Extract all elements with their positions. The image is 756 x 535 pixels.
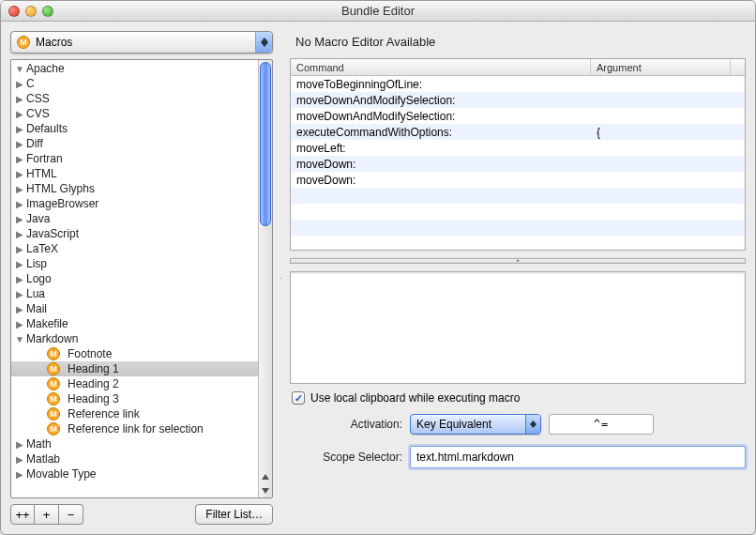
- table-row[interactable]: [291, 204, 745, 220]
- tree-child-item[interactable]: MHeading 1: [11, 361, 258, 376]
- disclosure-closed-icon[interactable]: ▶: [15, 304, 24, 314]
- table-body[interactable]: moveToBeginningOfLine:moveDownAndModifyS…: [291, 76, 745, 250]
- tree-child-label: Heading 2: [68, 377, 119, 390]
- tree-item[interactable]: ▶Defaults: [11, 121, 258, 136]
- disclosure-open-icon[interactable]: ▼: [15, 64, 24, 74]
- tree-item[interactable]: ▶Math: [11, 436, 258, 451]
- tree-item[interactable]: ▶ImageBrowser: [11, 196, 258, 211]
- tree-item-label: Defaults: [26, 122, 68, 135]
- activation-label: Activation:: [290, 418, 402, 431]
- bundle-tree[interactable]: ▼Apache▶C▶CSS▶CVS▶Defaults▶Diff▶Fortran▶…: [10, 59, 273, 498]
- disclosure-closed-icon[interactable]: ▶: [15, 244, 24, 254]
- tree-child-item[interactable]: MReference link for selection: [11, 421, 258, 436]
- svg-marker-2: [262, 474, 269, 480]
- macro-badge-icon: M: [47, 347, 60, 360]
- tree-item[interactable]: ▶Movable Type: [11, 466, 258, 482]
- table-row[interactable]: executeCommandWithOptions:{: [291, 124, 745, 140]
- disclosure-closed-icon[interactable]: ▶: [15, 199, 24, 209]
- filter-list-button[interactable]: Filter List…: [195, 504, 273, 525]
- tree-child-item[interactable]: MHeading 2: [11, 376, 258, 391]
- disclosure-closed-icon[interactable]: ▶: [15, 319, 24, 329]
- scroll-up-icon[interactable]: [259, 469, 272, 483]
- disclosure-closed-icon[interactable]: ▶: [15, 229, 24, 239]
- sidebar: M Macros ▼Apache▶C▶CSS▶CVS▶Defaults▶Diff…: [10, 31, 273, 525]
- column-argument[interactable]: Argument: [591, 59, 731, 75]
- horizontal-splitter[interactable]: •: [290, 258, 746, 264]
- tree-child-label: Heading 3: [68, 392, 119, 405]
- tree-item[interactable]: ▶Mail: [11, 301, 258, 316]
- tree-child-item[interactable]: MFootnote: [11, 346, 258, 361]
- scroll-down-icon[interactable]: [259, 483, 272, 497]
- clipboard-checkbox[interactable]: ✓: [292, 391, 305, 405]
- scope-selector-field[interactable]: text.html.markdown: [410, 446, 746, 468]
- table-row[interactable]: [291, 188, 745, 204]
- tree-item[interactable]: ▶Fortran: [11, 151, 258, 166]
- column-command[interactable]: Command: [291, 59, 591, 75]
- tree-item[interactable]: ▶Diff: [11, 136, 258, 151]
- disclosure-closed-icon[interactable]: ▶: [15, 274, 24, 284]
- table-row[interactable]: moveLeft:: [291, 140, 745, 156]
- cell-command: [291, 204, 591, 220]
- disclosure-closed-icon[interactable]: ▶: [15, 289, 24, 299]
- disclosure-closed-icon[interactable]: ▶: [15, 169, 24, 179]
- disclosure-closed-icon[interactable]: ▶: [15, 454, 24, 465]
- activation-popup[interactable]: Key Equivalent: [410, 414, 541, 435]
- tree-item[interactable]: ▶HTML Glyphs: [11, 181, 258, 196]
- tree-item[interactable]: ▶CSS: [11, 91, 258, 106]
- table-row[interactable]: moveDown:: [291, 172, 745, 188]
- tree-item[interactable]: ▶Matlab: [11, 451, 258, 466]
- table-row[interactable]: [291, 220, 745, 236]
- tree-item[interactable]: ▶HTML: [11, 166, 258, 181]
- tree-child-item[interactable]: MHeading 3: [11, 391, 258, 406]
- cell-command: executeCommandWithOptions:: [291, 124, 591, 140]
- argument-detail-pane[interactable]: [290, 271, 746, 384]
- scrollbar[interactable]: [258, 60, 272, 497]
- disclosure-open-icon[interactable]: ▼: [15, 334, 24, 344]
- disclosure-closed-icon[interactable]: ▶: [15, 259, 24, 269]
- disclosure-closed-icon[interactable]: ▶: [15, 94, 24, 104]
- tree-item[interactable]: ▶Lisp: [11, 256, 258, 271]
- tree-item[interactable]: ▶Logo: [11, 271, 258, 286]
- tree-item[interactable]: ▶LaTeX: [11, 241, 258, 256]
- table-row[interactable]: moveDownAndModifySelection:: [291, 92, 745, 108]
- tree-item[interactable]: ▶Lua: [11, 286, 258, 301]
- no-editor-label: No Macro Editor Available: [290, 31, 746, 51]
- tree-item[interactable]: ▶JavaScript: [11, 226, 258, 241]
- disclosure-closed-icon[interactable]: ▶: [15, 214, 24, 224]
- cell-command: [291, 188, 591, 204]
- disclosure-closed-icon[interactable]: ▶: [15, 139, 24, 149]
- tree-item[interactable]: ▼Markdown: [11, 331, 258, 346]
- table-row[interactable]: moveDownAndModifySelection:: [291, 108, 745, 124]
- bundle-tree-content[interactable]: ▼Apache▶C▶CSS▶CVS▶Defaults▶Diff▶Fortran▶…: [11, 60, 258, 497]
- macro-badge-icon: M: [47, 392, 60, 405]
- disclosure-closed-icon[interactable]: ▶: [15, 184, 24, 194]
- clipboard-checkbox-row: ✓ Use local clipboard while executing ma…: [290, 391, 746, 405]
- macro-badge-icon: M: [17, 36, 30, 49]
- vertical-splitter[interactable]: ·: [279, 31, 284, 525]
- add-group-button[interactable]: ++: [10, 504, 35, 525]
- add-button[interactable]: +: [35, 504, 59, 525]
- key-equivalent-field[interactable]: ^=: [549, 414, 654, 435]
- tree-item[interactable]: ▶C: [11, 76, 258, 91]
- titlebar: Bundle Editor: [1, 1, 755, 22]
- remove-button[interactable]: −: [59, 504, 83, 525]
- disclosure-closed-icon[interactable]: ▶: [15, 439, 24, 450]
- table-row[interactable]: moveToBeginningOfLine:: [291, 76, 745, 92]
- disclosure-closed-icon[interactable]: ▶: [15, 109, 24, 119]
- tree-item[interactable]: ▶Makefile: [11, 316, 258, 331]
- tree-item-label: C: [26, 77, 35, 90]
- tree-item[interactable]: ▶Java: [11, 211, 258, 226]
- bundle-type-popup[interactable]: M Macros: [10, 31, 273, 54]
- cell-command: [291, 220, 591, 236]
- scroll-thumb[interactable]: [260, 62, 271, 226]
- macro-command-table[interactable]: Command Argument moveToBeginningOfLine:m…: [290, 58, 746, 251]
- table-row[interactable]: moveDown:: [291, 156, 745, 172]
- disclosure-closed-icon[interactable]: ▶: [15, 154, 24, 164]
- tree-item[interactable]: ▼Apache: [11, 61, 258, 76]
- disclosure-closed-icon[interactable]: ▶: [15, 124, 24, 134]
- disclosure-closed-icon[interactable]: ▶: [15, 79, 24, 89]
- tree-item-label: CVS: [26, 107, 50, 120]
- tree-child-item[interactable]: MReference link: [11, 406, 258, 421]
- disclosure-closed-icon[interactable]: ▶: [15, 469, 24, 480]
- tree-item[interactable]: ▶CVS: [11, 106, 258, 121]
